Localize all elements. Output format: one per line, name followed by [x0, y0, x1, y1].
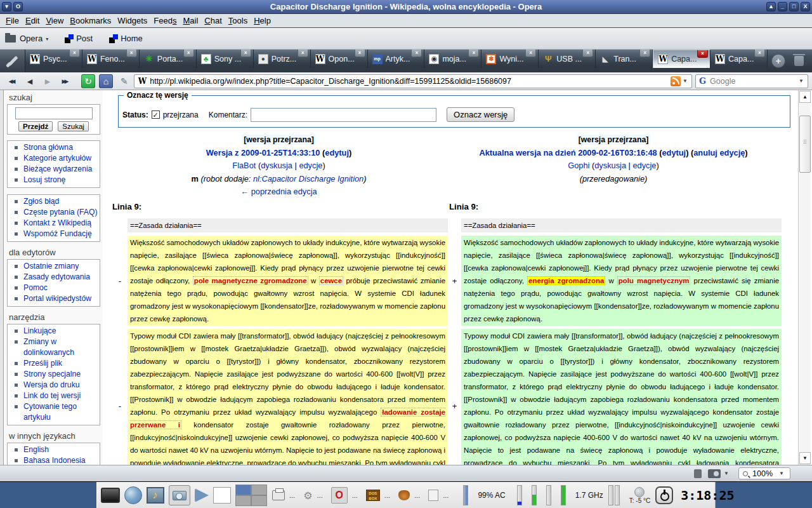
tab-5[interactable]: ●Potrz...x	[254, 50, 311, 68]
tab-close-button[interactable]: x	[468, 50, 479, 57]
blank-launcher-icon[interactable]	[213, 487, 231, 504]
view-mode-dropdown-icon[interactable]: ▼	[722, 471, 731, 476]
panels-button[interactable]	[0, 50, 25, 72]
zoom-control[interactable]: 100% ▼	[738, 467, 790, 479]
window-close-button[interactable]: X	[801, 2, 810, 11]
settings-tray-icon[interactable]: ⚙	[303, 490, 312, 502]
menu-feeds[interactable]: Feeds	[150, 15, 180, 27]
search-field[interactable]: G Google ▼	[695, 74, 808, 88]
tab-close-button[interactable]: x	[240, 50, 251, 57]
new-version-link[interactable]: Aktualna wersja na dzień 2009-02-16T03:1…	[479, 148, 657, 157]
go-button[interactable]: Przejdź	[18, 121, 53, 131]
menu-view[interactable]: View	[43, 15, 67, 27]
opera-menu-dropdown-icon[interactable]: ▾	[46, 36, 48, 42]
menu-chat[interactable]: Chat	[201, 15, 225, 27]
search-dropdown-icon[interactable]: ▼	[797, 78, 806, 84]
closed-tabs-trash-icon[interactable]	[794, 56, 804, 66]
tab-13[interactable]: WCapa...x	[710, 50, 768, 68]
desktop-pager[interactable]	[235, 485, 267, 506]
sidebar-link[interactable]: Linkujące	[23, 326, 56, 335]
rss-icon[interactable]	[671, 76, 681, 86]
window-minimize-button[interactable]: _	[778, 2, 787, 11]
sidebar-link[interactable]: Zmiany w dolinkowanych	[23, 337, 74, 357]
menu-bookmarks[interactable]: Bookmarks	[67, 15, 114, 27]
tab-1[interactable]: WPsyc...x	[25, 50, 82, 68]
printer-tray-icon[interactable]	[272, 490, 285, 500]
mark-version-button[interactable]: Oznacz wersję	[447, 107, 514, 122]
tab-close-button[interactable]: x	[183, 50, 194, 57]
sidebar-link[interactable]: Wspomóż Fundację	[23, 229, 92, 238]
sidebar-link[interactable]: Kategorie artykułów	[23, 154, 91, 163]
new-talk-link[interactable]: dyskusja	[594, 161, 626, 170]
search-input[interactable]	[15, 107, 93, 119]
back-button[interactable]: ◀	[22, 75, 38, 88]
multimedia-launcher-icon[interactable]	[147, 487, 164, 504]
fast-forward-button[interactable]: ▶▶	[57, 75, 74, 88]
panel-splitter[interactable]	[0, 90, 4, 465]
tab-7[interactable]: mpArtyk...x	[368, 50, 425, 68]
old-talk-link[interactable]: dyskusja	[261, 161, 292, 170]
menu-help[interactable]: Help	[251, 15, 274, 27]
sidebar-link[interactable]: Pomoc	[23, 283, 48, 292]
tab-4[interactable]: ♣Sony ...x	[197, 50, 254, 68]
new-author-link[interactable]: Gophi	[568, 161, 589, 170]
tab-2[interactable]: WFeno...x	[82, 50, 140, 68]
sidebar-link[interactable]: Zasady edytowania	[23, 272, 90, 281]
url-text[interactable]: http://pl.wikipedia.org/w/index.php?titl…	[150, 77, 671, 86]
scroll-down-button[interactable]: ▼	[799, 452, 811, 464]
home-nav-button[interactable]: ⌂	[99, 74, 113, 88]
tab-close-button[interactable]: x	[697, 50, 708, 58]
tab-10[interactable]: ΨUSB ...x	[539, 50, 596, 68]
window-titlebar[interactable]: ▾ O Capacitor Discharge Ignition - Wikip…	[0, 0, 812, 14]
tab-12[interactable]: WCapa...x	[653, 50, 710, 68]
window-maximize-button[interactable]: □	[789, 2, 799, 11]
volume-launcher-icon[interactable]	[195, 488, 209, 502]
old-comment-link[interactable]: nl:Capacitor Discharge Ignition	[253, 174, 363, 184]
tab-close-button[interactable]: x	[525, 50, 536, 57]
scrollbar-thumb[interactable]	[799, 116, 811, 173]
scroll-up-button[interactable]: ▲	[799, 91, 811, 103]
search-placeholder[interactable]: Google	[710, 77, 797, 86]
fit-width-icon[interactable]	[694, 469, 702, 478]
tab-9[interactable]: ✱Wyni...x	[481, 50, 539, 68]
fox-tray-icon[interactable]	[398, 490, 410, 500]
zoom-dropdown-icon[interactable]: ▼	[777, 471, 786, 476]
home-button[interactable]: Home	[121, 34, 143, 43]
tab-6[interactable]: WOpon...x	[311, 50, 368, 68]
sidebar-link[interactable]: Prześlij plik	[23, 359, 62, 368]
forward-button[interactable]: ▶	[39, 75, 56, 88]
opera-menu-button[interactable]: Opera	[20, 34, 43, 43]
window-shade-button[interactable]: ▲	[766, 2, 776, 11]
terminal-launcher-icon[interactable]	[101, 488, 120, 503]
sidebar-link[interactable]: Częste pytania (FAQ)	[23, 208, 98, 217]
menu-widgets[interactable]: Widgets	[114, 15, 150, 27]
sidebar-link[interactable]: Losuj stronę	[23, 175, 65, 184]
sidebar-link[interactable]: English	[23, 445, 49, 454]
sidebar-link[interactable]: Wersja do druku	[23, 380, 80, 389]
view-mode-icon[interactable]	[708, 469, 721, 478]
weather-widget[interactable]: T: -5 °C	[629, 487, 650, 504]
old-version-link[interactable]: Wersja z 2009-01-25T14:33:10	[206, 148, 320, 157]
new-contribs-link[interactable]: edycje	[632, 161, 656, 170]
sidebar-link[interactable]: Strony specjalne	[23, 370, 81, 378]
rewind-button[interactable]: ◀◀	[4, 75, 20, 88]
menu-file[interactable]: File	[3, 15, 22, 27]
tab-3[interactable]: ✳Porta...x	[140, 50, 197, 68]
menu-mail[interactable]: Mail	[180, 15, 201, 27]
url-dropdown-icon[interactable]: ▼	[681, 78, 690, 84]
tab-close-button[interactable]: x	[355, 50, 365, 57]
menu-tools[interactable]: Tools	[225, 15, 251, 27]
desktop-2[interactable]	[251, 485, 267, 495]
sidebar-link[interactable]: Ostatnie zmiany	[23, 262, 79, 271]
sidebar-link[interactable]: Kontakt z Wikipedią	[23, 218, 91, 227]
desktop-3[interactable]	[235, 495, 251, 506]
search-button[interactable]: Szukaj	[58, 121, 89, 131]
new-tab-button[interactable]: +	[771, 54, 785, 68]
tab-close-button[interactable]: x	[582, 50, 593, 57]
desktop-1[interactable]	[235, 485, 251, 495]
undo-link[interactable]: anuluj edycję	[693, 148, 745, 157]
sidebar-link[interactable]: Portal wikipedystów	[23, 294, 91, 303]
browser-launcher-icon[interactable]	[124, 486, 142, 504]
dosbox-tray-icon[interactable]: DOSBOX	[366, 490, 380, 501]
url-field[interactable]: W http://pl.wikipedia.org/w/index.php?ti…	[134, 74, 692, 88]
